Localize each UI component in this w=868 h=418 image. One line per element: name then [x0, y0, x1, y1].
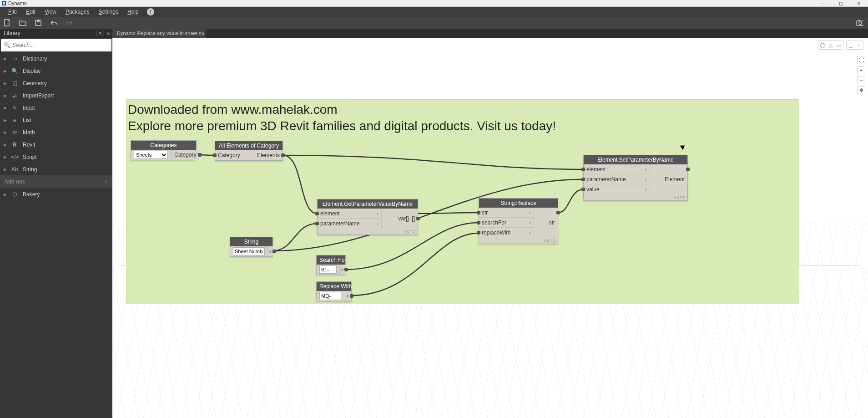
node-search-for[interactable]: Search For › [316, 255, 346, 275]
output-port[interactable] [556, 211, 560, 214]
library-separator-icon: | [103, 30, 105, 36]
input-port[interactable] [581, 168, 585, 171]
toolbar [0, 17, 868, 29]
library-item-revit[interactable]: ▶RRevit [0, 138, 112, 151]
open-file-icon[interactable] [19, 19, 26, 26]
input-port[interactable] [581, 188, 585, 191]
input-port[interactable] [315, 212, 319, 215]
node-title: All Elements of Category [215, 141, 283, 150]
search-for-input[interactable] [319, 265, 337, 274]
output-port[interactable] [350, 294, 353, 298]
revit-icon: R [11, 142, 18, 148]
library-item-geometry[interactable]: ▶◱Geometry [0, 77, 112, 89]
output-port-label: str [549, 219, 555, 226]
library-item-importexport[interactable]: ▶⇄ImportExport [0, 89, 112, 102]
menu-view[interactable]: View [40, 7, 61, 17]
library-item-label: Dictionary [23, 56, 47, 62]
poly-icon: ⎓ [855, 41, 863, 49]
graph-canvas[interactable]: Downloaded from www.mahelak.com Explore … [112, 38, 868, 418]
new-file-icon[interactable] [4, 19, 11, 26]
input-port[interactable] [315, 222, 319, 225]
output-port-label: Elements [257, 152, 280, 158]
output-port-label: › [347, 293, 348, 299]
addons-title: Add-ons [5, 178, 25, 185]
tab-strip: Dynamo-Replace any value in sheet nu ✕ [112, 29, 868, 38]
node-title: Element.SetParameterByName [584, 155, 687, 164]
code-icon: </> [11, 154, 18, 160]
pencil-icon: ✎ [11, 105, 18, 111]
library-item-label: Math [23, 129, 35, 136]
add-addon-button[interactable]: + [104, 178, 108, 185]
node-title: Categories [131, 141, 196, 150]
menu-file[interactable]: File [4, 7, 21, 17]
node-replace-with[interactable]: Replace With › [316, 281, 352, 301]
input-port[interactable] [477, 211, 480, 214]
input-port[interactable] [477, 221, 480, 224]
output-port-label: › [341, 266, 343, 273]
notification-icon[interactable]: ! [147, 8, 154, 15]
window-maximize-button[interactable]: ▢ [832, 0, 850, 7]
input-port-label: searchFor [482, 219, 506, 226]
output-port[interactable] [273, 250, 276, 253]
zoom-out-button[interactable]: − [857, 76, 865, 84]
input-port-label: element [586, 166, 606, 173]
snapshot-icon[interactable] [856, 19, 863, 26]
library-item-bakery[interactable]: ▶⬡Bakery [0, 188, 112, 200]
input-port[interactable] [477, 231, 480, 234]
library-item-list[interactable]: ▶≡List [0, 114, 112, 126]
library-item-label: Script [23, 154, 37, 160]
output-port[interactable] [686, 168, 690, 171]
input-port-label: Category [218, 152, 240, 158]
library-item-dictionary[interactable]: ▶▭Dictionary [0, 52, 112, 65]
input-port[interactable] [581, 178, 585, 181]
output-port[interactable] [281, 153, 285, 157]
zoom-in-button[interactable]: + [857, 66, 865, 74]
pan-button[interactable]: ✥ [857, 86, 865, 94]
geometry-preview-toggle[interactable]: ◯ △ ▭ [818, 41, 843, 50]
node-set-parameter[interactable]: Element.SetParameterByName element› para… [583, 155, 688, 201]
input-port[interactable] [213, 153, 217, 157]
categories-dropdown[interactable]: Sheets [134, 151, 168, 159]
menu-edit[interactable]: Edit [21, 7, 40, 17]
node-string-replace[interactable]: String.Replace str› searchFor› replaceWi… [479, 198, 558, 244]
library-item-math[interactable]: ▶x²Math [0, 126, 112, 138]
library-filter-icon[interactable]: ▾ [99, 30, 101, 36]
output-port[interactable] [198, 153, 202, 157]
node-all-elements-of-category[interactable]: All Elements of Category Category Elemen… [215, 141, 283, 161]
library-item-label: Geometry [23, 80, 47, 87]
library-search-input[interactable] [12, 42, 109, 48]
tab-active[interactable]: Dynamo-Replace any value in sheet nu ✕ [112, 29, 206, 38]
window-minimize-button[interactable]: — [813, 0, 832, 7]
node-categories[interactable]: Categories Sheets Category [131, 140, 197, 160]
math-icon: x² [11, 129, 18, 136]
node-title: String.Replace [479, 199, 558, 208]
node-string[interactable]: String › [230, 237, 273, 257]
string-input[interactable] [233, 247, 265, 255]
output-port-label: Element [665, 176, 685, 183]
connector-style-toggle[interactable]: ⎯ ⎓ [846, 41, 863, 50]
library-view-icon[interactable]: ≡ [106, 30, 110, 36]
library-item-string[interactable]: ▶AbString [0, 163, 112, 175]
solid-icon: ◯ [818, 41, 827, 49]
save-icon[interactable] [35, 19, 42, 26]
undo-icon[interactable] [50, 19, 57, 26]
library-header: Library | ▾ | ≡ [0, 29, 112, 38]
fit-view-button[interactable]: ⛶ [857, 56, 865, 64]
curve-icon: ⎯ [847, 41, 855, 49]
output-port[interactable] [416, 217, 420, 220]
menu-help[interactable]: Help [123, 7, 143, 17]
redo-icon[interactable] [66, 19, 73, 26]
library-item-script[interactable]: ▶</>Script [0, 151, 112, 163]
library-title: Library [4, 30, 20, 36]
output-port[interactable] [344, 268, 348, 271]
library-search[interactable]: 🔍 [1, 39, 111, 51]
library-item-display[interactable]: ▶🔍Display [0, 65, 112, 77]
window-close-button[interactable]: ✕ [850, 0, 868, 7]
replace-with-input[interactable] [319, 292, 341, 300]
menu-settings[interactable]: Settings [94, 7, 123, 17]
menu-packages[interactable]: Packages [61, 7, 94, 17]
app-logo-icon: R [2, 1, 6, 5]
library-item-input[interactable]: ▶✎Input [0, 102, 112, 114]
node-get-parameter-value[interactable]: Element.GetParameterValueByName element›… [317, 199, 418, 235]
box-icon: ▭ [835, 41, 843, 49]
